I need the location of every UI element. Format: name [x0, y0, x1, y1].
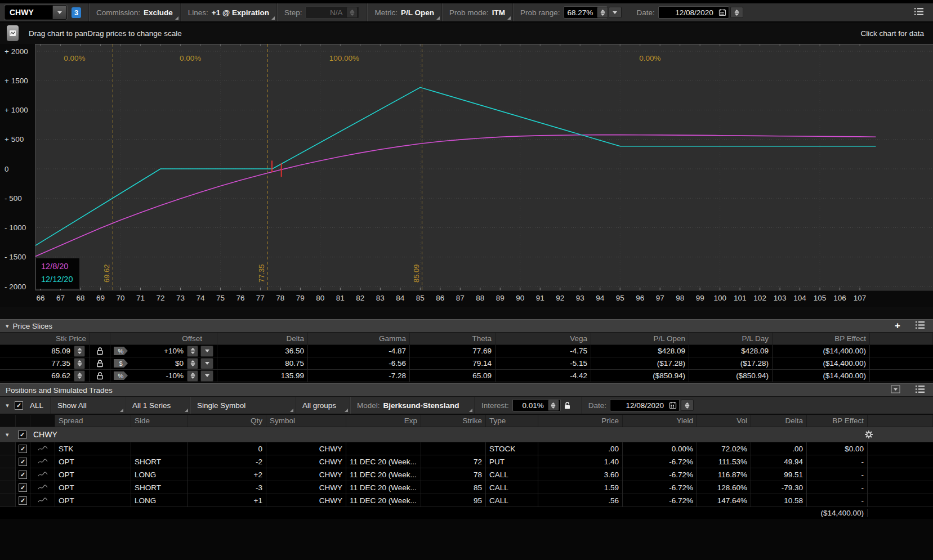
slices-menu-list-icon[interactable] — [915, 321, 925, 331]
column-header-bp-effect: BP Effect — [773, 333, 870, 344]
svg-text:93: 93 — [576, 294, 584, 302]
group-settings-button[interactable] — [864, 430, 927, 439]
step-stepper[interactable] — [346, 7, 358, 18]
offset-value[interactable]: +10% — [128, 347, 184, 355]
date-stepper[interactable] — [730, 7, 743, 18]
legend-current-date: 12/8/20 — [41, 260, 73, 273]
lock-open-icon[interactable] — [96, 371, 104, 380]
svg-text:+ 2000: + 2000 — [5, 47, 28, 56]
probability-label: 0.00% — [180, 54, 201, 62]
prob-mode-dropdown[interactable]: Prob mode: ITM — [441, 3, 512, 21]
cell-type: CALL — [486, 481, 538, 494]
offset-dropdown-button[interactable] — [200, 370, 213, 382]
percent-tag-icon[interactable]: % — [114, 371, 128, 380]
position-row: ✓OPTSHORT-2CHWY11 DEC 20 (Week...72PUT1.… — [0, 455, 933, 468]
symbol-input[interactable]: CHWY — [5, 6, 52, 19]
offset-stepper[interactable] — [187, 370, 198, 382]
all-checkbox[interactable]: ✓ — [15, 401, 23, 410]
footer-bp-effect: ($14,400.00) — [807, 509, 868, 517]
stk-price-stepper[interactable] — [74, 346, 85, 357]
stk-price-stepper[interactable] — [74, 370, 85, 382]
offset-value[interactable]: $0 — [128, 359, 184, 368]
positions-date-input[interactable]: 12/08/2020 — [610, 399, 680, 411]
date-input[interactable]: 12/08/2020 — [658, 6, 729, 19]
stk-price-stepper[interactable] — [74, 358, 85, 369]
row-sparkline-cell — [30, 481, 55, 494]
row-checkbox[interactable]: ✓ — [19, 445, 27, 453]
cell-vol: 147.64% — [697, 494, 751, 507]
lock-open-icon[interactable] — [96, 359, 104, 368]
model-dropdown[interactable]: Model: Bjerksund-Stensland — [350, 397, 474, 414]
commission-dropdown[interactable]: Commission: Exclude — [88, 3, 180, 21]
cell-bp-effect: - — [807, 468, 868, 481]
interest-stepper[interactable] — [548, 400, 559, 411]
prob-range-dropdown-button[interactable] — [609, 7, 622, 18]
row-checkbox[interactable]: ✓ — [19, 471, 27, 479]
positions-menu-list-icon[interactable] — [915, 385, 925, 395]
sparkline-icon[interactable] — [38, 458, 48, 465]
offset-dropdown-button[interactable] — [200, 358, 213, 369]
percent-tag-icon[interactable]: % — [114, 347, 128, 355]
lock-icon[interactable] — [561, 401, 574, 410]
row-checkbox[interactable]: ✓ — [19, 483, 27, 492]
expand-chevron-icon[interactable]: ▾ — [0, 402, 15, 409]
group-checkbox[interactable]: ✓ — [18, 431, 26, 439]
group-symbol-label: CHWY — [33, 430, 57, 439]
positions-header[interactable]: Positions and Simulated Trades — [0, 383, 933, 397]
stk-price-value[interactable]: 77.35 — [51, 359, 70, 368]
symbol-mode-dropdown[interactable]: Single Symbol — [190, 397, 295, 414]
collapse-all-icon[interactable] — [891, 385, 900, 395]
lines-dropdown[interactable]: Lines: +1 @ Expiration — [180, 3, 276, 21]
cell-exp — [346, 442, 421, 455]
dollar-tag-icon[interactable]: $ — [114, 359, 128, 368]
offset-value[interactable]: -10% — [128, 371, 184, 380]
link-group-badge[interactable]: 3 — [72, 7, 81, 18]
calendar-icon[interactable] — [667, 401, 679, 409]
svg-text:86: 86 — [436, 294, 444, 302]
sparkline-icon[interactable] — [38, 484, 48, 491]
chart-style-button[interactable] — [7, 25, 19, 41]
cell-vega: -4.75 — [495, 345, 591, 357]
metric-dropdown[interactable]: Metric: P/L Open — [367, 3, 441, 21]
column-header-spread: Spread — [55, 415, 131, 427]
positions-date-stepper[interactable] — [681, 400, 694, 411]
cell-type: CALL — [486, 468, 538, 481]
gear-icon — [864, 430, 873, 439]
collapse-chevron-icon[interactable]: ▾ — [6, 322, 9, 330]
row-checkbox[interactable]: ✓ — [19, 458, 27, 466]
menu-list-icon[interactable] — [914, 7, 924, 17]
sparkline-icon[interactable] — [38, 497, 48, 504]
calendar-icon[interactable] — [716, 8, 729, 16]
svg-text:72: 72 — [156, 294, 164, 302]
risk-profile-plot[interactable]: 6667686970717273747576777879808182838485… — [0, 44, 933, 307]
symbol-combo[interactable]: CHWY — [5, 5, 67, 20]
add-slice-button[interactable]: + — [895, 322, 900, 330]
step-input[interactable]: N/A — [305, 6, 359, 19]
row-checkbox[interactable]: ✓ — [19, 496, 27, 505]
symbol-dropdown-button[interactable] — [52, 6, 66, 19]
lock-open-icon[interactable] — [96, 347, 104, 355]
interest-input[interactable]: 0.01% — [512, 399, 561, 411]
sparkline-icon[interactable] — [38, 471, 48, 478]
stk-price-value[interactable]: 85.09 — [51, 347, 70, 355]
show-filter-dropdown[interactable]: Show All — [50, 397, 125, 414]
offset-stepper[interactable] — [187, 358, 198, 369]
row-sparkline-cell — [30, 442, 55, 455]
prob-range-stepper[interactable] — [597, 7, 608, 18]
stk-price-value[interactable]: 69.62 — [51, 371, 70, 380]
cell-trailing — [870, 345, 933, 357]
offset-dropdown-button[interactable] — [200, 346, 213, 357]
risk-profile-chart[interactable]: 6667686970717273747576777879808182838485… — [0, 44, 933, 307]
svg-text:106: 106 — [833, 294, 846, 302]
series-filter-dropdown[interactable]: All 1 Series — [125, 397, 190, 414]
column-header-blank — [16, 415, 30, 427]
offset-stepper[interactable] — [187, 346, 198, 357]
price-slices-header[interactable]: ▾ Price Slices + — [0, 319, 933, 333]
column-header-blank — [30, 415, 55, 427]
sparkline-icon[interactable] — [38, 445, 48, 452]
group-expand-chevron-icon[interactable]: ▾ — [6, 431, 18, 438]
prob-range-input[interactable]: 68.27% — [564, 6, 608, 19]
row-checkbox-cell: ✓ — [16, 468, 30, 481]
groups-filter-dropdown[interactable]: All groups — [295, 397, 350, 414]
model-label: Model: — [357, 401, 380, 410]
